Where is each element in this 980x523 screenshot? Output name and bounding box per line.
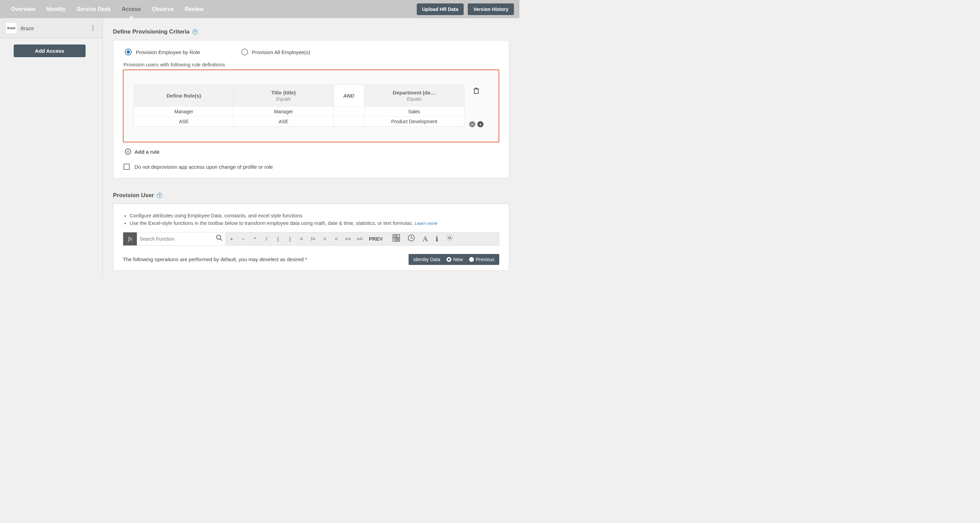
- op-plus[interactable]: +: [226, 236, 237, 242]
- help-icon[interactable]: ?: [192, 29, 198, 35]
- op-lte[interactable]: <=: [342, 236, 354, 242]
- cell-and: [334, 116, 364, 126]
- clock-icon[interactable]: [407, 234, 415, 243]
- col-header-title-sub: Equals: [276, 96, 291, 102]
- app-logo: braze: [5, 22, 17, 34]
- sidebar: braze Braze Add Access: [0, 18, 103, 277]
- identity-new-label: New: [453, 257, 463, 262]
- learn-more-link[interactable]: Learn more: [415, 221, 437, 226]
- radio-provision-all[interactable]: Provision All Employee(s): [241, 49, 310, 56]
- identity-data-label: Identity Data: [414, 257, 441, 262]
- cell-role[interactable]: Manager: [134, 107, 234, 116]
- criteria-panel: Provision Employee by Role Provision All…: [113, 40, 509, 178]
- add-access-button[interactable]: Add Access: [14, 45, 86, 57]
- svg-rect-0: [474, 89, 478, 93]
- identity-previous-label: Previous: [476, 257, 495, 262]
- math-icon[interactable]: [393, 234, 400, 243]
- bullet-item: Use the Excel-style functions in the too…: [130, 220, 499, 227]
- cell-and: [334, 107, 364, 116]
- op-div[interactable]: /: [261, 236, 272, 242]
- rules-table: Define Role(s) Title (title) Equals AND …: [134, 85, 488, 127]
- main-content: Define Provisioning Criteria ? Provision…: [103, 18, 519, 277]
- default-ops-note: The following operations are performed b…: [123, 257, 307, 262]
- fx-icon[interactable]: fx: [123, 233, 137, 246]
- text-icon[interactable]: A: [423, 234, 428, 243]
- op-gt[interactable]: >: [319, 236, 331, 242]
- op-neq[interactable]: !=: [307, 236, 319, 242]
- tab-service-desk[interactable]: Service Desk: [71, 1, 116, 18]
- tab-identity[interactable]: Identity: [41, 1, 71, 18]
- gear-icon[interactable]: [446, 234, 453, 243]
- cell-role[interactable]: ASE: [134, 116, 234, 126]
- add-row-icon[interactable]: +: [477, 121, 484, 128]
- identity-new-radio[interactable]: New: [447, 257, 463, 262]
- col-and: AND: [334, 85, 364, 107]
- rules-highlight-box: Define Role(s) Title (title) Equals AND …: [123, 70, 499, 142]
- tab-review[interactable]: Review: [179, 1, 209, 18]
- criteria-section-title: Define Provisioning Criteria ?: [113, 29, 509, 35]
- function-search[interactable]: [137, 233, 226, 246]
- provision-section-title: Provision User ?: [113, 192, 509, 199]
- deprovision-checkbox-label: Do not deprovision app access upon chang…: [134, 164, 273, 170]
- radio-icon: [447, 257, 451, 262]
- radio-icon: [241, 49, 248, 56]
- bullet-item: Configure attributes using Employee Data…: [130, 212, 499, 220]
- add-rule-button[interactable]: + Add a rule: [125, 148, 499, 155]
- function-operators: + − * / ( ) = != > < <= >= PREV: [226, 233, 499, 246]
- plus-circle-icon: +: [125, 148, 131, 155]
- svg-line-2: [220, 239, 222, 241]
- upload-hr-data-button[interactable]: Upload HR Data: [417, 3, 464, 15]
- op-mult[interactable]: *: [249, 236, 261, 242]
- op-minus[interactable]: −: [237, 236, 249, 242]
- col-header-title-text: Title (title): [271, 90, 296, 96]
- col-header-role-text: Define Role(s): [167, 93, 201, 99]
- tab-access[interactable]: Access: [116, 1, 146, 18]
- radio-by-role-label: Provision Employee by Role: [136, 49, 200, 55]
- op-prev[interactable]: PREV: [366, 236, 386, 242]
- checkbox-icon: [124, 164, 130, 170]
- radio-icon: [125, 49, 132, 56]
- search-icon[interactable]: [216, 234, 223, 243]
- provision-bullets: Configure attributes using Employee Data…: [123, 212, 499, 227]
- op-eq[interactable]: =: [296, 236, 307, 242]
- provision-panel: Configure attributes using Employee Data…: [113, 204, 509, 271]
- svg-line-15: [411, 238, 413, 239]
- svg-point-16: [449, 237, 451, 239]
- cell-dept[interactable]: Product Development: [364, 116, 464, 126]
- svg-point-1: [216, 235, 221, 239]
- col-header-dept-sub: Equals: [407, 96, 422, 102]
- cell-title[interactable]: ASE: [234, 116, 333, 126]
- top-nav-actions: Upload HR Data Version History: [417, 3, 514, 15]
- tab-observe[interactable]: Observe: [146, 1, 179, 18]
- app-menu-kebab-icon[interactable]: [89, 24, 97, 32]
- version-history-button[interactable]: Version History: [468, 3, 514, 15]
- col-header-dept-text: Department (de…: [393, 90, 436, 96]
- op-lt[interactable]: <: [331, 236, 342, 242]
- tab-overview[interactable]: Overview: [5, 1, 41, 18]
- top-nav: Overview Identity Service Desk Access Ob…: [0, 0, 519, 18]
- col-header-role: Define Role(s): [134, 85, 234, 107]
- criteria-title-text: Define Provisioning Criteria: [113, 29, 189, 35]
- identity-previous-radio[interactable]: Previous: [469, 257, 495, 262]
- radio-provision-by-role[interactable]: Provision Employee by Role: [125, 49, 200, 56]
- delete-rule-icon[interactable]: [473, 87, 479, 96]
- col-header-dept[interactable]: Department (de… Equals: [364, 85, 464, 107]
- col-header-title[interactable]: Title (title) Equals: [234, 85, 333, 107]
- deprovision-checkbox[interactable]: Do not deprovision app access upon chang…: [124, 164, 499, 170]
- rules-subhead: Provision users with following rule defi…: [124, 62, 499, 67]
- info-icon[interactable]: ℹ: [436, 235, 438, 243]
- op-rparen[interactable]: ): [284, 236, 296, 242]
- op-gte[interactable]: >=: [354, 236, 366, 242]
- bullet-text: Use the Excel-style functions in the too…: [130, 220, 414, 226]
- provision-title-text: Provision User: [113, 192, 154, 199]
- function-search-input[interactable]: [140, 236, 223, 242]
- cell-title[interactable]: Manager: [234, 107, 333, 116]
- top-nav-tabs: Overview Identity Service Desk Access Ob…: [5, 1, 209, 18]
- cell-dept[interactable]: Sales: [364, 107, 464, 116]
- sidebar-app-row[interactable]: braze Braze: [0, 18, 102, 38]
- help-icon[interactable]: ?: [157, 193, 162, 198]
- function-toolbar: fx + − * / ( ) = != > <: [123, 232, 499, 246]
- op-lparen[interactable]: (: [272, 236, 284, 242]
- remove-row-icon[interactable]: −: [469, 121, 475, 128]
- app-name: Braze: [21, 26, 34, 31]
